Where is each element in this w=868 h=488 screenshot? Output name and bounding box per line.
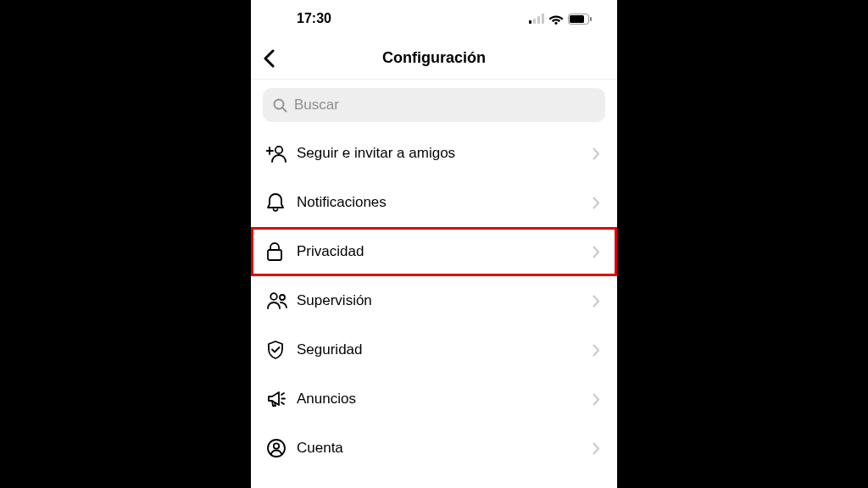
phone-frame: 17:30 Confi (251, 0, 617, 488)
svg-point-4 (554, 21, 557, 24)
svg-rect-1 (533, 19, 536, 24)
settings-list: Seguir e invitar a amigos Notificaciones (251, 129, 617, 488)
svg-line-16 (281, 393, 284, 395)
list-item-label: Anuncios (297, 391, 593, 408)
cellular-signal-icon (529, 14, 544, 24)
list-item-label: Privacidad (297, 243, 593, 260)
svg-rect-2 (537, 16, 540, 24)
list-item-label: Supervisión (297, 292, 593, 309)
chevron-left-icon (263, 49, 275, 68)
chevron-right-icon (593, 393, 600, 406)
list-item-follow-invite[interactable]: Seguir e invitar a amigos (251, 129, 617, 178)
svg-rect-7 (590, 17, 592, 21)
status-time: 17:30 (297, 11, 331, 26)
list-item-label: Seguir e invitar a amigos (297, 145, 593, 162)
list-item-privacy[interactable]: Privacidad (251, 227, 617, 276)
svg-line-18 (281, 402, 284, 404)
chevron-right-icon (593, 197, 600, 209)
wifi-icon (548, 14, 564, 25)
svg-point-14 (270, 293, 277, 300)
search-input[interactable]: Buscar (263, 88, 605, 122)
svg-point-10 (275, 147, 282, 153)
list-item-notifications[interactable]: Notificaciones (251, 178, 617, 227)
list-item-supervision[interactable]: Supervisión (251, 276, 617, 325)
page-title: Configuración (251, 49, 617, 67)
chevron-right-icon (593, 246, 600, 258)
svg-line-9 (282, 108, 286, 111)
search-icon (273, 98, 287, 113)
search-placeholder: Buscar (294, 97, 339, 114)
status-bar: 17:30 (251, 0, 617, 37)
list-item-label: Cuenta (297, 440, 593, 457)
svg-rect-6 (570, 15, 584, 23)
battery-icon (568, 14, 592, 25)
lock-icon (266, 241, 297, 262)
back-button[interactable] (258, 44, 280, 73)
people-icon (266, 291, 297, 310)
bell-icon (266, 192, 297, 213)
chevron-right-icon (593, 147, 600, 160)
chevron-right-icon (593, 295, 600, 308)
svg-rect-0 (529, 20, 531, 24)
list-item-label: Notificaciones (297, 194, 593, 211)
search-container: Buscar (251, 80, 617, 129)
status-icons (529, 14, 592, 25)
list-item-security[interactable]: Seguridad (251, 325, 617, 374)
nav-header: Configuración (251, 37, 617, 80)
chevron-right-icon (593, 344, 600, 357)
svg-rect-3 (542, 14, 544, 24)
list-item-label: Seguridad (297, 341, 593, 358)
add-friend-icon (266, 144, 297, 163)
list-item-ads[interactable]: Anuncios (251, 374, 617, 424)
chevron-right-icon (593, 442, 600, 455)
svg-point-20 (274, 443, 279, 448)
megaphone-icon (266, 390, 297, 408)
shield-icon (266, 340, 297, 360)
account-icon (266, 438, 297, 458)
svg-rect-13 (268, 250, 281, 260)
list-item-account[interactable]: Cuenta (251, 424, 617, 473)
svg-point-15 (280, 295, 285, 300)
